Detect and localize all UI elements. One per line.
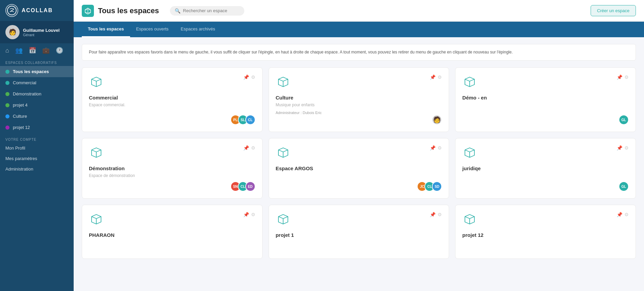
card-actions: 📌 ⚙ [243, 74, 255, 80]
user-name: Guillaume Louvel [23, 28, 59, 33]
card-actions: 📌 ⚙ [430, 145, 442, 151]
member-avatar: ED [245, 181, 255, 192]
card-bottom: 🧑 [276, 115, 442, 125]
create-space-button[interactable]: Créer un espace [591, 5, 636, 16]
sidebar-item-label: projet 4 [13, 103, 27, 108]
settings-icon[interactable]: ⚙ [251, 212, 255, 217]
sidebar-link-administration[interactable]: Administration [0, 164, 74, 174]
card-title: Culture [276, 95, 442, 100]
tab-ouverts[interactable]: Espaces ouverts [130, 22, 175, 37]
home-icon[interactable]: ⌂ [5, 47, 9, 54]
sidebar-item-label: Tous les espaces [13, 69, 49, 74]
svg-line-8 [470, 79, 474, 81]
settings-icon[interactable]: ⚙ [624, 145, 629, 151]
svg-line-20 [96, 217, 101, 219]
card-desc: Espace commercial. [89, 103, 255, 107]
svg-line-23 [283, 217, 288, 219]
settings-icon[interactable]: ⚙ [438, 145, 442, 151]
svg-line-22 [278, 217, 283, 219]
users-icon[interactable]: 👥 [15, 47, 23, 54]
card-cube-icon [462, 145, 477, 161]
card-top: 📌 ⚙ [462, 74, 629, 91]
sidebar-item-culture[interactable]: Culture [0, 111, 74, 122]
card-bottom: GL [462, 181, 629, 192]
space-card-demonstration[interactable]: 📌 ⚙ Démonstration Espace de démonstratio… [82, 138, 263, 199]
sidebar-item-commercial[interactable]: Commercial [0, 77, 74, 88]
card-bottom: SNCLED [89, 181, 255, 192]
settings-icon[interactable]: ⚙ [624, 74, 629, 80]
card-desc: Musique pour enfants [276, 103, 442, 107]
space-card-espace-argos[interactable]: 📌 ⚙ Espace ARGOS JCCLSD [269, 138, 449, 199]
svg-line-1 [92, 79, 96, 81]
compte-section-label: VOTRE COMPTE [0, 133, 74, 143]
svg-line-10 [92, 150, 96, 152]
pin-icon[interactable]: 📌 [243, 212, 249, 217]
settings-icon[interactable]: ⚙ [438, 74, 442, 80]
card-top: 📌 ⚙ [276, 74, 442, 91]
sidebar-link-mes-parametres[interactable]: Mes paramètres [0, 153, 74, 164]
briefcase-icon[interactable]: 💼 [42, 47, 50, 54]
pin-icon[interactable]: 📌 [243, 74, 249, 80]
card-actions: 📌 ⚙ [617, 74, 629, 80]
espaces-section-label: ESPACES COLLABORATIFS [0, 58, 74, 66]
space-card-demo-en[interactable]: 📌 ⚙ Démo - en GL [455, 67, 636, 132]
card-actions: 📌 ⚙ [430, 212, 442, 217]
sidebar-item-tous-espaces[interactable]: Tous les espaces [0, 66, 74, 77]
settings-icon[interactable]: ⚙ [624, 212, 629, 217]
sidebar-item-demonstration[interactable]: Démonstration [0, 88, 74, 99]
card-cube-icon [89, 212, 104, 228]
space-card-juridiqe[interactable]: 📌 ⚙ juridiqe GL [455, 138, 636, 199]
settings-icon[interactable]: ⚙ [251, 145, 255, 151]
tab-archives[interactable]: Espaces archivés [175, 22, 221, 37]
card-title: PHARAON [89, 232, 255, 238]
logo-icon [5, 4, 18, 17]
space-card-commercial[interactable]: 📌 ⚙ Commercial Espace commercial. PLSLCL [82, 67, 263, 132]
search-input[interactable] [183, 8, 240, 13]
card-actions: 📌 ⚙ [430, 74, 442, 80]
svg-line-26 [470, 217, 474, 219]
pin-icon[interactable]: 📌 [243, 145, 249, 151]
member-avatars: JCCLSD [417, 181, 442, 192]
pin-icon[interactable]: 📌 [430, 145, 436, 151]
settings-icon[interactable]: ⚙ [438, 212, 442, 217]
space-card-culture[interactable]: 📌 ⚙ Culture Musique pour enfants Adminis… [269, 67, 449, 132]
pin-icon[interactable]: 📌 [430, 74, 436, 80]
pin-icon[interactable]: 📌 [617, 74, 622, 80]
member-avatar: CL [245, 115, 255, 125]
sidebar-item-projet4[interactable]: projet 4 [0, 99, 74, 111]
logo-text: ACOLLAB [22, 7, 53, 14]
user-role: Gérant [23, 33, 59, 37]
sidebar-item-projet12[interactable]: projet 12 [0, 122, 74, 133]
card-actions: 📌 ⚙ [243, 212, 255, 217]
card-cube-icon [89, 74, 104, 91]
pin-icon[interactable]: 📌 [617, 212, 622, 217]
sidebar-item-label: Culture [13, 114, 27, 119]
sidebar: ACOLLAB 🧑 Guillaume Louvel Gérant ⌂ 👥 📅 … [0, 0, 74, 291]
sidebar-links: Mon ProfilMes paramètresAdministration [0, 143, 74, 174]
logo-area: ACOLLAB [0, 0, 74, 21]
pin-icon[interactable]: 📌 [617, 145, 622, 151]
search-box[interactable]: 🔍 [170, 6, 244, 16]
space-card-projet12[interactable]: 📌 ⚙ projet 12 [455, 205, 636, 259]
svg-line-11 [96, 150, 101, 152]
clock-icon[interactable]: 🕐 [56, 47, 63, 54]
member-avatars: 🧑 [432, 115, 442, 125]
space-card-pharaon[interactable]: 📌 ⚙ PHARAON [82, 205, 263, 259]
svg-line-4 [278, 79, 283, 81]
card-title: Commercial [89, 95, 255, 100]
card-title: Démo - en [462, 95, 629, 100]
settings-icon[interactable]: ⚙ [251, 74, 255, 80]
tab-tous[interactable]: Tous les espaces [82, 22, 130, 37]
pin-icon[interactable]: 📌 [430, 212, 436, 217]
card-top: 📌 ⚙ [276, 212, 442, 228]
sidebar-link-mon-profil[interactable]: Mon Profil [0, 143, 74, 153]
space-card-projet1[interactable]: 📌 ⚙ projet 1 [269, 205, 449, 259]
calendar-icon[interactable]: 📅 [29, 47, 36, 54]
user-profile[interactable]: 🧑 Guillaume Louvel Gérant [0, 21, 74, 43]
member-avatars: PLSLCL [230, 115, 255, 125]
svg-line-25 [465, 217, 470, 219]
member-avatar: GL [619, 181, 629, 192]
svg-line-17 [470, 150, 474, 152]
card-title: Démonstration [89, 165, 255, 171]
member-avatars: SNCLED [230, 181, 255, 192]
